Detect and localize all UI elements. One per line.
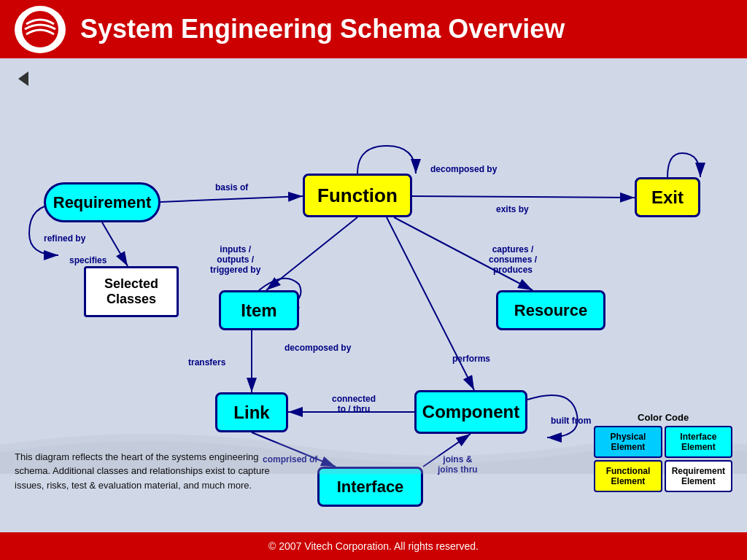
node-function[interactable]: Function <box>303 174 412 217</box>
footer: © 2007 Vitech Corporation. All rights re… <box>0 532 747 560</box>
node-exit[interactable]: Exit <box>635 177 700 217</box>
label-built-from: built from <box>551 416 591 426</box>
svg-line-6 <box>266 217 357 290</box>
label-decomposed-by-item: decomposed by <box>285 343 351 353</box>
label-exits-by: exits by <box>496 204 529 214</box>
main-content: basis of decomposed by exits by refined … <box>0 58 747 532</box>
node-link[interactable]: Link <box>215 392 288 432</box>
node-component[interactable]: Component <box>414 390 527 434</box>
label-captures-consumes: captures /consumes /produces <box>489 244 537 275</box>
node-item[interactable]: Item <box>219 290 299 330</box>
label-refined-by: refined by <box>44 233 85 244</box>
cc-physical-element: PhysicalElement <box>594 426 662 458</box>
node-resource[interactable]: Resource <box>496 290 605 330</box>
logo <box>15 6 66 53</box>
label-transfers: transfers <box>188 357 225 368</box>
label-inputs-outputs: inputs /outputs /triggered by <box>210 244 260 275</box>
node-requirement[interactable]: Requirement <box>44 182 160 222</box>
cc-functional-element: FunctionalElement <box>594 460 662 492</box>
color-code-grid: PhysicalElement InterfaceElement Functio… <box>594 426 732 492</box>
svg-line-8 <box>387 217 474 390</box>
label-decomposed-by-top: decomposed by <box>430 164 497 174</box>
label-basis-of: basis of <box>215 182 248 192</box>
label-performs: performs <box>452 354 490 364</box>
label-specifies: specifies <box>69 255 107 265</box>
copyright-text: © 2007 Vitech Corporation. All rights re… <box>268 540 479 552</box>
svg-line-3 <box>160 196 303 202</box>
triangle-indicator <box>18 71 28 86</box>
bottom-description: This diagram reflects the heart of the s… <box>15 450 292 493</box>
node-selected-classes[interactable]: Selected Classes <box>84 266 179 317</box>
label-connected-to: connectedto / thru <box>332 394 376 414</box>
color-code-box: Color Code PhysicalElement InterfaceElem… <box>594 412 732 492</box>
node-interface[interactable]: Interface <box>317 467 423 507</box>
cc-requirement-element: RequirementElement <box>665 460 732 492</box>
color-code-title: Color Code <box>594 412 732 423</box>
header: System Engineering Schema Overview <box>0 0 747 58</box>
cc-interface-element: InterfaceElement <box>665 426 732 458</box>
label-joins: joins &joins thru <box>438 454 478 475</box>
page-title: System Engineering Schema Overview <box>80 14 565 44</box>
svg-line-4 <box>412 196 635 198</box>
